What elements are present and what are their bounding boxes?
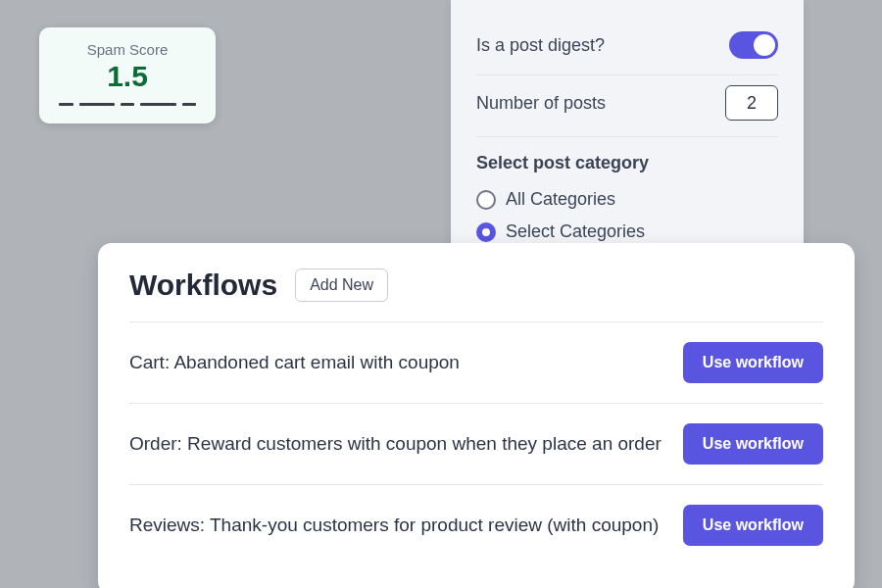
workflows-header: Workflows Add New [129, 269, 823, 302]
setting-row-digest: Is a post digest? [476, 22, 778, 75]
use-workflow-button[interactable]: Use workflow [683, 342, 823, 383]
workflows-panel: Workflows Add New Cart: Abandoned cart e… [98, 243, 855, 588]
workflow-name: Order: Reward customers with coupon when… [129, 431, 663, 457]
radio-icon [476, 222, 496, 242]
spam-score-card: Spam Score 1.5 [39, 27, 216, 123]
workflow-name: Reviews: Thank-you customers for product… [129, 513, 663, 538]
radio-select-label: Select Categories [506, 221, 645, 242]
radio-all-categories[interactable]: All Categories [476, 183, 778, 216]
radio-icon [476, 190, 496, 210]
num-posts-input[interactable] [725, 85, 778, 121]
add-new-button[interactable]: Add New [295, 269, 388, 302]
num-posts-label: Number of posts [476, 93, 606, 114]
workflow-name: Cart: Abandoned cart email with coupon [129, 350, 663, 375]
radio-all-label: All Categories [506, 189, 615, 210]
toggle-knob [754, 34, 775, 56]
use-workflow-button[interactable]: Use workflow [683, 423, 823, 465]
digest-toggle[interactable] [729, 31, 778, 59]
spam-score-title: Spam Score [57, 41, 198, 58]
spam-score-value: 1.5 [57, 60, 198, 93]
digest-label: Is a post digest? [476, 35, 605, 56]
workflow-row: Reviews: Thank-you customers for product… [129, 484, 823, 565]
use-workflow-button[interactable]: Use workflow [683, 505, 823, 546]
workflow-row: Order: Reward customers with coupon when… [129, 403, 823, 484]
spam-score-scale [57, 103, 198, 106]
category-heading: Select post category [476, 153, 778, 173]
workflows-title: Workflows [129, 269, 277, 302]
setting-row-num-posts: Number of posts [476, 75, 778, 137]
workflow-row: Cart: Abandoned cart email with coupon U… [129, 321, 823, 403]
